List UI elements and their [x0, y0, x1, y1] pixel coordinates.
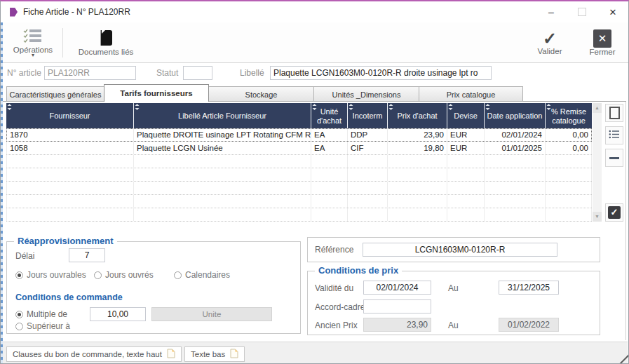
- validite-du-input[interactable]: [363, 281, 431, 295]
- column-header-unite-achat[interactable]: Unité d'achat: [311, 103, 348, 128]
- toolbar-separator: [62, 28, 63, 58]
- window-controls: – ✕: [536, 1, 628, 22]
- column-header-prix-achat[interactable]: Prix d'achat: [388, 103, 447, 128]
- maximize-icon: [578, 8, 586, 16]
- accord-cadre-input[interactable]: [363, 299, 431, 314]
- tab-caracteristiques-generales[interactable]: Caractéristiques générales: [6, 86, 104, 102]
- tab-page-right-border: [625, 101, 626, 340]
- sort-icon: [485, 104, 490, 110]
- valider-label: Valider: [538, 47, 562, 55]
- maximize-button[interactable]: [567, 1, 597, 22]
- sort-icon: [349, 104, 353, 110]
- fiche-article-window: Fiche Article - N° PLA120RR – ✕ Opératio…: [0, 0, 629, 364]
- statut-label: Statut: [156, 68, 178, 78]
- table-scrollbar[interactable]: ▲ ▼: [593, 103, 602, 222]
- radio-multiple-de[interactable]: Multiple de: [15, 309, 67, 319]
- column-header-devise[interactable]: Devise: [447, 103, 485, 128]
- note-icon: [230, 349, 238, 360]
- operations-button[interactable]: Opérations ▾: [5, 25, 61, 60]
- clauses-bon-commande-button[interactable]: Clauses du bon de commande, texte haut: [6, 346, 182, 362]
- fermer-button[interactable]: ✕ Fermer: [581, 25, 623, 60]
- radio-icon: [15, 323, 23, 330]
- texte-bas-button[interactable]: Texte bas: [184, 346, 245, 362]
- radio-icon: [94, 271, 102, 279]
- toolbar: Opérations ▾ Documents liés ✓ Valider ✕ …: [1, 22, 628, 63]
- table-empty-row[interactable]: [6, 155, 592, 168]
- scroll-up-button[interactable]: ▲: [593, 103, 602, 113]
- num-article-label: N° article: [7, 68, 41, 78]
- chevron-down-icon: ▾: [32, 54, 34, 57]
- select-mode-button[interactable]: [605, 104, 623, 122]
- unite-button[interactable]: Unite: [151, 307, 272, 321]
- close-button[interactable]: ✕: [597, 1, 628, 22]
- table-empty-row[interactable]: [6, 208, 592, 222]
- radio-icon: [174, 271, 182, 279]
- table-empty-row[interactable]: [6, 182, 592, 195]
- active-filter-checkbox[interactable]: ✓: [605, 203, 623, 222]
- tab-strip: Caractéristiques générales Tarifs fourni…: [6, 84, 523, 102]
- radio-superieur-a[interactable]: Supérieur à: [15, 321, 70, 331]
- table-empty-row[interactable]: [6, 168, 592, 182]
- table-row[interactable]: 1058 Plaquette LCGN Usinée EA CIF 19,80 …: [6, 142, 592, 155]
- radio-selected-icon: [15, 311, 23, 318]
- table-empty-row[interactable]: [6, 195, 592, 208]
- sort-icon: [388, 104, 393, 110]
- ancien-prix-input[interactable]: [363, 318, 431, 332]
- window-left-edge-decoration: [1, 22, 3, 363]
- minimize-button[interactable]: –: [536, 1, 567, 22]
- validite-au-input[interactable]: [499, 281, 559, 295]
- reference-group: Référence: [307, 237, 600, 262]
- check-icon: ✓: [543, 30, 557, 47]
- tab-prix-catalogue[interactable]: Prix catalogue: [419, 86, 523, 102]
- sort-icon: [7, 104, 12, 110]
- reference-input[interactable]: [363, 243, 557, 257]
- ancien-prix-au-input[interactable]: [499, 318, 559, 332]
- au-label: Au: [448, 283, 459, 293]
- list-icon: [609, 129, 620, 142]
- tarifs-fournisseurs-table: Fournisseur Libellé Article Fournisseur …: [6, 103, 592, 222]
- sort-icon: [312, 104, 317, 110]
- operations-checklist-icon: [23, 29, 43, 46]
- book-icon: [98, 29, 114, 48]
- radio-calendaires[interactable]: Calendaires: [174, 270, 230, 280]
- radio-jours-ouvres[interactable]: Jours ouvrés: [94, 270, 154, 280]
- fermer-label: Fermer: [589, 48, 615, 56]
- radio-selected-icon: [15, 271, 23, 279]
- libelle-input[interactable]: [270, 66, 492, 80]
- note-icon: [167, 349, 175, 360]
- remove-row-button[interactable]: [605, 149, 623, 167]
- titlebar: Fiche Article - N° PLA120RR – ✕: [1, 1, 628, 22]
- column-header-date-application[interactable]: Date application: [485, 103, 546, 128]
- column-header-remise-catalogue[interactable]: % Remise catalogue: [546, 103, 592, 128]
- window-title: Fiche Article - N° PLA120RR: [23, 7, 130, 17]
- sort-icon: [448, 104, 453, 110]
- column-header-libelle-article[interactable]: Libellé Article Fournisseur: [134, 103, 311, 128]
- accord-cadre-label: Accord-cadre: [315, 302, 365, 312]
- au-label: Au: [448, 321, 459, 330]
- minus-icon: [609, 157, 619, 159]
- sort-icon: [135, 104, 140, 110]
- delai-label: Délai: [15, 251, 34, 261]
- column-header-incoterm[interactable]: Incoterm: [348, 103, 388, 128]
- conditions-commande-title: Conditions de commande: [15, 292, 123, 302]
- statut-input[interactable]: [183, 66, 212, 80]
- radio-jours-ouvrables[interactable]: Jours ouvrables: [15, 270, 86, 280]
- tab-stockage[interactable]: Stockage: [209, 86, 314, 102]
- scroll-down-button[interactable]: ▼: [593, 212, 602, 222]
- delai-input[interactable]: [69, 248, 105, 262]
- multiple-de-input[interactable]: [90, 307, 146, 321]
- libelle-label: Libellé: [240, 68, 264, 78]
- minimize-icon: –: [548, 6, 554, 18]
- reference-label: Référence: [315, 245, 353, 255]
- documents-lies-button[interactable]: Documents liés: [68, 25, 144, 60]
- num-article-input[interactable]: [44, 66, 136, 80]
- table-row[interactable]: 1870 Plaquette DROITE usinage LPT Rotati…: [6, 128, 592, 142]
- sort-icon: [546, 104, 551, 110]
- column-header-fournisseur[interactable]: Fournisseur: [6, 103, 134, 128]
- checked-checkbox-icon: ✓: [608, 206, 621, 219]
- list-options-button[interactable]: [605, 126, 623, 144]
- footer-bar: Clauses du bon de commande, texte haut T…: [1, 342, 628, 363]
- valider-button[interactable]: ✓ Valider: [528, 25, 571, 60]
- tab-unites-dimensions[interactable]: Unités _Dimensions: [314, 86, 419, 102]
- tab-tarifs-fournisseurs[interactable]: Tarifs fournisseurs: [104, 84, 209, 102]
